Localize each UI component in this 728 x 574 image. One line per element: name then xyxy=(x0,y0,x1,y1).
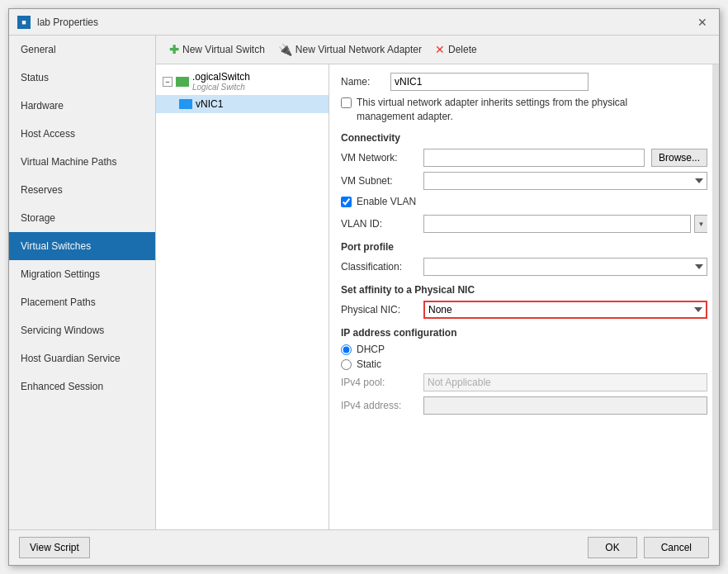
classification-label: Classification: xyxy=(341,261,423,273)
sidebar-item-enhanced-session[interactable]: Enhanced Session xyxy=(9,372,155,401)
delete-icon: ✕ xyxy=(435,43,445,56)
dhcp-radio[interactable] xyxy=(341,344,352,355)
vlan-id-dropdown-icon: ▼ xyxy=(698,221,705,228)
new-virtual-switch-icon: ✚ xyxy=(169,43,179,56)
vm-subnet-select[interactable] xyxy=(423,172,707,190)
sidebar-item-status[interactable]: Status xyxy=(9,64,155,92)
enable-vlan-label: Enable VLAN xyxy=(357,195,416,209)
ipv4-pool-label: IPv4 pool: xyxy=(341,377,423,388)
sidebar-item-general[interactable]: General xyxy=(9,36,155,64)
tree-nic-label: vNIC1 xyxy=(196,98,223,110)
new-virtual-network-adapter-button[interactable]: 🔌 New Virtual Network Adapter xyxy=(272,40,428,59)
app-icon: ■ xyxy=(17,16,31,29)
sidebar-item-host-guardian[interactable]: Host Guardian Service xyxy=(9,344,155,372)
connectivity-section-title: Connectivity xyxy=(341,132,707,144)
view-script-button[interactable]: View Script xyxy=(19,537,90,558)
sidebar-item-migration-settings[interactable]: Migration Settings xyxy=(9,260,155,288)
vm-subnet-label: VM Subnet: xyxy=(341,175,423,187)
sidebar: General Status Hardware Host Access Virt… xyxy=(9,36,156,529)
ipv4-address-label: IPv4 address: xyxy=(341,400,423,411)
sidebar-item-storage[interactable]: Storage xyxy=(9,204,155,232)
vm-network-row: VM Network: Browse... xyxy=(341,149,707,167)
inherits-checkbox-label: This virtual network adapter inherits se… xyxy=(357,96,654,124)
footer-right: OK Cancel xyxy=(588,537,709,558)
ipv4-address-input[interactable] xyxy=(423,396,707,415)
dialog-body: General Status Hardware Host Access Virt… xyxy=(9,36,719,529)
set-affinity-section-title: Set affinity to a Physical NIC xyxy=(341,284,707,296)
sidebar-item-host-access[interactable]: Host Access xyxy=(9,120,155,148)
physical-nic-row: Physical NIC: None xyxy=(341,301,707,319)
vm-network-input[interactable] xyxy=(423,149,645,167)
dhcp-radio-label: DHCP xyxy=(357,344,385,355)
ipv4-pool-select[interactable]: Not Applicable xyxy=(423,373,707,391)
dialog: ■ lab Properties ✕ General Status Hardwa… xyxy=(8,8,720,566)
new-virtual-switch-button[interactable]: ✚ New Virtual Switch xyxy=(163,40,272,59)
sidebar-item-vm-paths[interactable]: Virtual Machine Paths xyxy=(9,148,155,176)
tree-switch-item[interactable]: − .ogicalSwitch Logical Switch xyxy=(156,68,329,95)
dhcp-radio-row: DHCP xyxy=(341,344,707,355)
vm-subnet-row: VM Subnet: xyxy=(341,172,707,190)
inherits-checkbox[interactable] xyxy=(341,97,352,108)
nic-icon xyxy=(179,99,192,109)
enable-vlan-row: Enable VLAN xyxy=(341,195,707,209)
static-radio[interactable] xyxy=(341,359,352,370)
vlan-id-row: VLAN ID: ▼ xyxy=(341,215,707,233)
sidebar-item-virtual-switches[interactable]: Virtual Switches xyxy=(9,232,155,260)
static-radio-row: Static xyxy=(341,358,707,370)
new-virtual-network-adapter-icon: 🔌 xyxy=(278,43,292,56)
name-input[interactable] xyxy=(390,73,589,91)
tree-switch-label: .ogicalSwitch Logical Switch xyxy=(192,71,250,92)
sidebar-item-placement-paths[interactable]: Placement Paths xyxy=(9,288,155,316)
sidebar-item-hardware[interactable]: Hardware xyxy=(9,92,155,120)
classification-row: Classification: xyxy=(341,258,707,276)
vlan-id-input[interactable] xyxy=(423,215,691,233)
port-profile-section-title: Port profile xyxy=(341,241,707,253)
name-row: Name: xyxy=(341,73,707,91)
dialog-title: lab Properties xyxy=(37,17,98,28)
footer-left: View Script xyxy=(19,537,90,558)
close-button[interactable]: ✕ xyxy=(694,14,711,31)
ipv4-address-row: IPv4 address: xyxy=(341,396,707,415)
name-label: Name: xyxy=(341,76,390,88)
tree-nic-item[interactable]: vNIC1 xyxy=(156,95,329,113)
delete-button[interactable]: ✕ Delete xyxy=(428,40,484,59)
toolbar: ✚ New Virtual Switch 🔌 New Virtual Netwo… xyxy=(156,36,719,64)
cancel-button[interactable]: Cancel xyxy=(644,537,709,558)
physical-nic-label: Physical NIC: xyxy=(341,304,423,315)
dialog-footer: View Script OK Cancel xyxy=(9,529,719,565)
ipv4-pool-row: IPv4 pool: Not Applicable xyxy=(341,373,707,391)
title-bar: ■ lab Properties ✕ xyxy=(9,9,719,36)
tree-panel: − .ogicalSwitch Logical Switch vNIC1 xyxy=(156,64,329,529)
static-radio-label: Static xyxy=(357,358,381,370)
content-area: − .ogicalSwitch Logical Switch vNIC1 xyxy=(156,64,719,529)
details-panel: Name: This virtual network adapter inher… xyxy=(329,64,719,529)
ok-button[interactable]: OK xyxy=(588,537,636,558)
vm-network-label: VM Network: xyxy=(341,152,423,164)
enable-vlan-checkbox[interactable] xyxy=(341,197,352,207)
vlan-id-label: VLAN ID: xyxy=(341,218,423,230)
classification-select[interactable] xyxy=(423,258,707,276)
tree-expand-icon[interactable]: − xyxy=(163,77,173,87)
browse-button[interactable]: Browse... xyxy=(651,149,707,167)
details-scrollbar[interactable] xyxy=(712,64,719,529)
title-bar-left: ■ lab Properties xyxy=(17,16,98,29)
switch-icon xyxy=(176,77,189,87)
physical-nic-select[interactable]: None xyxy=(423,301,707,319)
inherits-checkbox-row: This virtual network adapter inherits se… xyxy=(341,96,707,124)
sidebar-item-servicing-windows[interactable]: Servicing Windows xyxy=(9,316,155,344)
ip-config-section-title: IP address configuration xyxy=(341,327,707,339)
sidebar-item-reserves[interactable]: Reserves xyxy=(9,176,155,204)
main-content: ✚ New Virtual Switch 🔌 New Virtual Netwo… xyxy=(156,36,719,529)
